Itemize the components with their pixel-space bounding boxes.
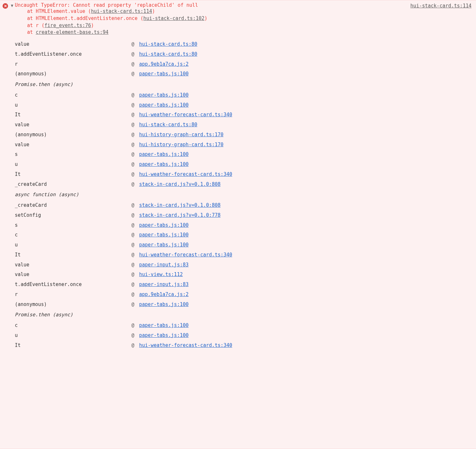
trace-at-symbol: @ <box>131 230 139 240</box>
trace-function-name: (anonymous) <box>3 69 131 79</box>
trace-row: s@paper-tabs.js:100 <box>3 149 473 159</box>
trace-function-name: u <box>3 330 131 340</box>
trace-source-link[interactable]: hui-weather-forecast-card.ts:340 <box>139 110 232 120</box>
trace-source-link[interactable]: paper-tabs.js:100 <box>139 300 189 310</box>
trace-source-link[interactable]: hui-view.ts:112 <box>139 270 183 280</box>
trace-source-link[interactable]: hui-history-graph-card.ts:170 <box>139 130 224 140</box>
trace-row: r@app.9eb1a7ca.js:2 <box>3 290 473 300</box>
trace-source-link[interactable]: hui-stack-card.ts:80 <box>139 120 197 130</box>
console-error-entry: ✕ ▼ Uncaught TypeError: Cannot read prop… <box>0 0 476 449</box>
trace-async-group: Promise.then (async) <box>3 80 473 90</box>
error-stack-at-line: at create-element-base.ts:94 <box>15 29 473 36</box>
trace-at-symbol: @ <box>131 90 139 100</box>
disclosure-triangle[interactable]: ▼ <box>10 3 14 8</box>
trace-row: It@hui-weather-forecast-card.ts:340 <box>3 110 473 120</box>
trace-source-link[interactable]: paper-input.js:83 <box>139 260 189 270</box>
trace-function-name: value <box>3 260 131 270</box>
trace-function-name: (anonymous) <box>3 300 131 310</box>
paren-close: ) <box>152 8 155 14</box>
trace-function-name: c <box>3 90 131 100</box>
stack-source-link[interactable]: hui-stack-card.ts:114 <box>91 8 152 14</box>
trace-source-link[interactable]: paper-tabs.js:100 <box>139 159 189 169</box>
trace-row: u@paper-tabs.js:100 <box>3 240 473 250</box>
trace-function-name: It <box>3 340 131 350</box>
trace-source-link[interactable]: paper-tabs.js:100 <box>139 220 189 230</box>
trace-source-link[interactable]: hui-weather-forecast-card.ts:340 <box>139 250 232 260</box>
paren-close: ) <box>205 15 207 21</box>
at-keyword: at <box>27 29 33 35</box>
trace-source-link[interactable]: paper-tabs.js:100 <box>139 330 189 340</box>
trace-source-link[interactable]: hui-weather-forecast-card.ts:340 <box>139 169 232 179</box>
trace-at-symbol: @ <box>131 100 139 110</box>
trace-source-link[interactable]: hui-stack-card.ts:80 <box>139 49 197 59</box>
trace-function-name: _createCard <box>3 200 131 210</box>
stack-source-link[interactable]: fire_event.ts:76 <box>44 23 91 28</box>
trace-row: It@hui-weather-forecast-card.ts:340 <box>3 169 473 179</box>
trace-source-link[interactable]: stack-in-card.js?v=0.1.0:778 <box>139 210 221 220</box>
trace-source-link[interactable]: paper-tabs.js:100 <box>139 69 189 79</box>
trace-function-name: It <box>3 250 131 260</box>
trace-source-link[interactable]: paper-tabs.js:100 <box>139 320 189 330</box>
trace-at-symbol: @ <box>131 59 139 69</box>
at-keyword: at <box>27 8 33 14</box>
trace-function-name: value <box>3 270 131 280</box>
error-message: Uncaught TypeError: Cannot read property… <box>15 2 198 8</box>
trace-source-link[interactable]: hui-history-graph-card.ts:170 <box>139 140 224 150</box>
trace-source-link[interactable]: hui-stack-card.ts:80 <box>139 39 197 49</box>
trace-at-symbol: @ <box>131 210 139 220</box>
trace-row: r@app.9eb1a7ca.js:2 <box>3 59 473 69</box>
error-header: ✕ ▼ Uncaught TypeError: Cannot read prop… <box>3 2 473 36</box>
paren-open: ( <box>42 23 44 28</box>
trace-row: value@hui-stack-card.ts:80 <box>3 120 473 130</box>
trace-source-link[interactable]: app.9eb1a7ca.js:2 <box>139 290 189 300</box>
error-stack-at-line: at HTMLElement.value (hui-stack-card.ts:… <box>15 8 473 15</box>
error-icon: ✕ <box>3 3 8 9</box>
trace-at-symbol: @ <box>131 290 139 300</box>
trace-row: c@paper-tabs.js:100 <box>3 90 473 100</box>
trace-source-link[interactable]: stack-in-card.js?v=0.1.0:808 <box>139 179 221 189</box>
trace-at-symbol: @ <box>131 270 139 280</box>
trace-row: value@hui-stack-card.ts:80 <box>3 39 473 49</box>
paren-open: ( <box>88 8 91 14</box>
trace-source-link[interactable]: paper-tabs.js:100 <box>139 100 189 110</box>
trace-source-link[interactable]: paper-tabs.js:100 <box>139 230 189 240</box>
trace-source-link[interactable]: paper-input.js:83 <box>139 280 189 290</box>
trace-function-name: value <box>3 120 131 130</box>
trace-source-link[interactable]: stack-in-card.js?v=0.1.0:808 <box>139 200 221 210</box>
trace-function-name: u <box>3 100 131 110</box>
trace-row: value@hui-view.ts:112 <box>3 270 473 280</box>
trace-function-name: (anonymous) <box>3 130 131 140</box>
stack-trace-table: value@hui-stack-card.ts:80t.addEventList… <box>3 39 473 350</box>
trace-row: setConfig@stack-in-card.js?v=0.1.0:778 <box>3 210 473 220</box>
trace-source-link[interactable]: hui-weather-forecast-card.ts:340 <box>139 340 232 350</box>
stack-source-link[interactable]: hui-stack-card.ts:102 <box>143 15 205 21</box>
stack-source-link[interactable]: create-element-base.ts:94 <box>36 29 109 35</box>
trace-function-name: value <box>3 140 131 150</box>
trace-at-symbol: @ <box>131 200 139 210</box>
paren-open: ( <box>140 15 143 21</box>
trace-function-name: It <box>3 110 131 120</box>
trace-function-name: setConfig <box>3 210 131 220</box>
trace-function-name: value <box>3 39 131 49</box>
trace-row: c@paper-tabs.js:100 <box>3 230 473 240</box>
trace-function-name: c <box>3 320 131 330</box>
trace-at-symbol: @ <box>131 330 139 340</box>
trace-function-name: r <box>3 59 131 69</box>
trace-function-name: It <box>3 169 131 179</box>
trace-source-link[interactable]: paper-tabs.js:100 <box>139 149 189 159</box>
trace-row: t.addEventListener.once@hui-stack-card.t… <box>3 49 473 59</box>
trace-source-link[interactable]: paper-tabs.js:100 <box>139 90 189 100</box>
trace-function-name: s <box>3 220 131 230</box>
trace-function-name: t.addEventListener.once <box>3 49 131 59</box>
trace-function-name: _createCard <box>3 179 131 189</box>
trace-row: It@hui-weather-forecast-card.ts:340 <box>3 340 473 350</box>
trace-row: u@paper-tabs.js:100 <box>3 330 473 340</box>
trace-function-name: s <box>3 149 131 159</box>
trace-at-symbol: @ <box>131 120 139 130</box>
trace-row: value@paper-input.js:83 <box>3 260 473 270</box>
trace-source-link[interactable]: paper-tabs.js:100 <box>139 240 189 250</box>
trace-source-link[interactable]: app.9eb1a7ca.js:2 <box>139 59 189 69</box>
trace-at-symbol: @ <box>131 169 139 179</box>
error-source-link[interactable]: hui-stack-card.ts:114 <box>410 3 471 9</box>
stack-function-name: r <box>36 23 39 28</box>
